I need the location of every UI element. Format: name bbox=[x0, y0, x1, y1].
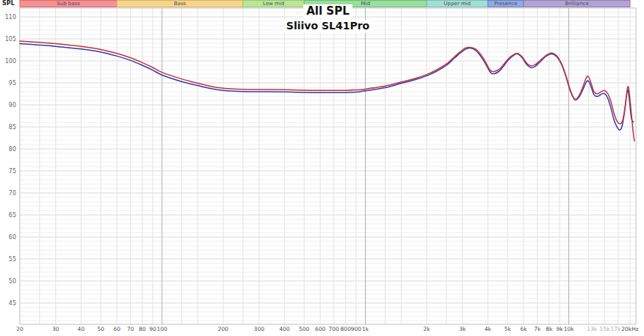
band-label: Low mid bbox=[263, 1, 284, 7]
measurement-curves bbox=[20, 41, 634, 141]
y-tick-label: 110 bbox=[5, 14, 16, 21]
x-tick-label: 40 bbox=[78, 326, 85, 332]
x-tick-label: 17k bbox=[611, 326, 622, 332]
x-tick-label: 13k bbox=[587, 326, 598, 332]
y-tick-label: 90 bbox=[9, 102, 16, 109]
x-tick-label: 10k bbox=[564, 326, 575, 332]
band-label: Bass bbox=[174, 1, 187, 7]
x-tick-label: 5k bbox=[504, 326, 512, 332]
x-tick-label: 70 bbox=[127, 326, 134, 332]
x-tick-label: 400 bbox=[279, 326, 290, 332]
x-tick-label: 900 bbox=[351, 326, 362, 332]
x-tick-label: 9k bbox=[556, 326, 563, 332]
band-label: Sub bass bbox=[57, 1, 80, 7]
frequency-band-strip: Sub bassBassLow midMidUpper midPresenceB… bbox=[20, 1, 630, 7]
x-tick-label: 50 bbox=[97, 326, 104, 332]
y-tick-label: 45 bbox=[9, 300, 16, 307]
y-tick-label: 100 bbox=[5, 58, 16, 65]
y-tick-label: 80 bbox=[9, 146, 16, 153]
curve-red-trace bbox=[20, 41, 634, 141]
x-tick-label: 2k bbox=[423, 326, 430, 332]
x-tick-label: 6k bbox=[521, 326, 528, 332]
x-tick-label: 15k bbox=[599, 326, 610, 332]
band-label: Brilliance bbox=[565, 1, 588, 7]
y-axis-title: SPL bbox=[2, 0, 15, 7]
y-axis-labels: 1101051009590858075706560555045 bbox=[5, 14, 16, 307]
y-tick-label: 75 bbox=[9, 168, 16, 175]
band-mid: Mid bbox=[304, 1, 427, 7]
y-tick-label: 50 bbox=[9, 278, 16, 285]
x-tick-label: 800 bbox=[341, 326, 352, 332]
y-tick-label: 95 bbox=[9, 80, 16, 87]
band-sub-bass: Sub bass bbox=[20, 1, 117, 7]
chart-canvas: Sub bassBassLow midMidUpper midPresenceB… bbox=[0, 0, 644, 336]
spl-frequency-response-graph: Sub bassBassLow midMidUpper midPresenceB… bbox=[0, 0, 644, 336]
band-label: Upper mid bbox=[444, 1, 471, 7]
band-low-mid: Low mid bbox=[243, 1, 304, 7]
x-tick-label: 500 bbox=[299, 326, 310, 332]
y-tick-label: 60 bbox=[9, 234, 16, 241]
x-tick-label: 3k bbox=[459, 326, 466, 332]
x-tick-label: 4k bbox=[485, 326, 492, 332]
y-tick-label: 70 bbox=[9, 190, 16, 197]
x-tick-label: 60 bbox=[113, 326, 120, 332]
x-axis-labels: 2030405060708090100200300400500600700800… bbox=[16, 326, 639, 332]
x-tick-label: 700 bbox=[329, 326, 340, 332]
x-tick-label: 200 bbox=[218, 326, 229, 332]
x-tick-label: 1k bbox=[362, 326, 369, 332]
band-presence: Presence bbox=[488, 1, 524, 7]
x-tick-label: 7k bbox=[534, 326, 541, 332]
band-upper-mid: Upper mid bbox=[427, 1, 488, 7]
band-brilliance: Brilliance bbox=[524, 1, 630, 7]
x-tick-label: 20kHz bbox=[621, 326, 639, 332]
y-tick-label: 105 bbox=[5, 36, 16, 43]
x-tick-label: 90 bbox=[149, 326, 156, 332]
x-tick-label: 30 bbox=[52, 326, 59, 332]
x-tick-label: 600 bbox=[315, 326, 326, 332]
x-tick-label: 100 bbox=[156, 326, 167, 332]
y-tick-label: 65 bbox=[9, 212, 16, 219]
x-tick-label: 8k bbox=[546, 326, 553, 332]
x-tick-label: 20 bbox=[16, 326, 23, 332]
y-tick-label: 55 bbox=[9, 256, 16, 263]
band-label: Presence bbox=[494, 1, 518, 7]
y-tick-label: 85 bbox=[9, 124, 16, 131]
x-tick-label: 300 bbox=[254, 326, 265, 332]
x-tick-label: 80 bbox=[139, 326, 146, 332]
band-bass: Bass bbox=[117, 1, 243, 7]
band-label: Mid bbox=[361, 1, 369, 7]
